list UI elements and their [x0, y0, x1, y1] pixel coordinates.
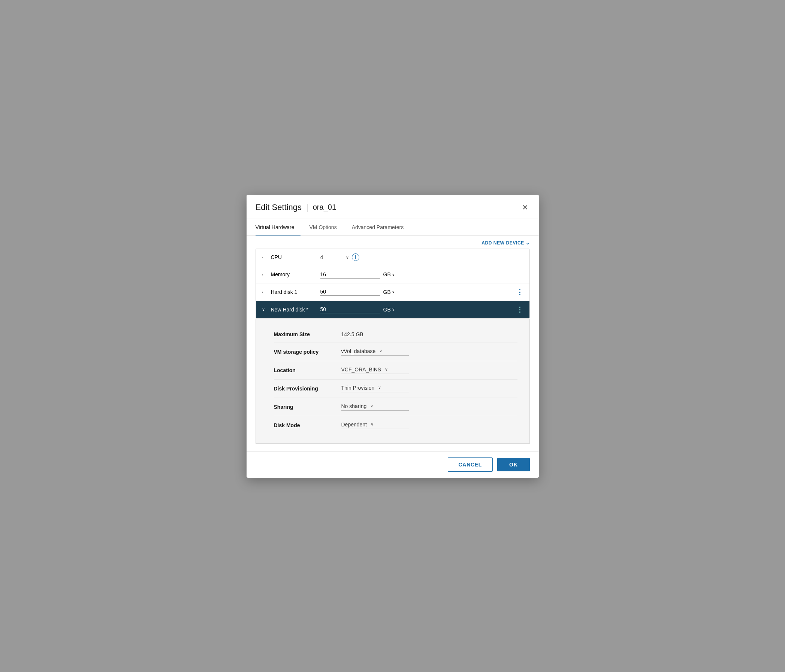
cpu-value-area: ∨ i [321, 253, 524, 261]
max-size-label: Maximum Size [274, 331, 341, 337]
cpu-row: › CPU ∨ i [256, 249, 529, 266]
cpu-unit-select[interactable]: ∨ [346, 255, 349, 260]
chevron-right-icon: › [262, 255, 266, 259]
memory-input[interactable] [321, 271, 380, 279]
dialog-body: ADD NEW DEVICE ⌄ › CPU ∨ i › [247, 236, 539, 451]
disk-mode-row: Disk Mode Dependent ∨ [274, 416, 518, 434]
close-button[interactable]: ✕ [521, 202, 530, 213]
tab-advanced-parameters[interactable]: Advanced Parameters [352, 219, 410, 235]
sharing-dropdown[interactable]: No sharing ∨ [341, 403, 409, 411]
memory-unit-select[interactable]: GB ∨ [383, 271, 394, 278]
cpu-input[interactable] [321, 253, 343, 261]
dialog-header: Edit Settings | ora_01 ✕ [247, 195, 539, 219]
sharing-row: Sharing No sharing ∨ [274, 398, 518, 416]
max-size-value: 142.5 GB [341, 331, 518, 337]
hard-disk-1-label: Hard disk 1 [271, 289, 316, 295]
new-hard-disk-label: New Hard disk * [271, 307, 316, 313]
hard-disk-1-row: › Hard disk 1 GB ∨ ⋮ [256, 284, 529, 301]
memory-value-area: GB ∨ [321, 271, 524, 279]
new-hard-disk-input[interactable] [321, 306, 380, 313]
add-new-device-button[interactable]: ADD NEW DEVICE ⌄ [482, 240, 529, 246]
hard-disk-1-value-area: GB ∨ [321, 288, 512, 296]
new-hard-disk-menu-icon[interactable]: ⋮ [516, 306, 524, 314]
disk-provisioning-row: Disk Provisioning Thin Provision ∨ [274, 380, 518, 398]
vm-name: ora_01 [313, 203, 336, 212]
chevron-down-icon: ∨ [262, 307, 266, 312]
new-hard-disk-row: ∨ New Hard disk * GB ∨ ⋮ [256, 301, 529, 318]
tab-virtual-hardware[interactable]: Virtual Hardware [256, 219, 300, 235]
location-dropdown[interactable]: VCF_ORA_BINS ∨ [341, 366, 409, 374]
max-size-row: Maximum Size 142.5 GB [274, 326, 518, 343]
dialog-footer: CANCEL OK [247, 451, 539, 478]
vm-storage-policy-dropdown[interactable]: vVol_database ∨ [341, 348, 409, 355]
new-hard-disk-expanded-content: Maximum Size 142.5 GB VM storage policy … [256, 319, 530, 444]
disk-mode-dropdown[interactable]: Dependent ∨ [341, 421, 409, 429]
cpu-label: CPU [271, 254, 316, 260]
vm-storage-policy-row: VM storage policy vVol_database ∨ [274, 343, 518, 361]
disk-mode-label: Disk Mode [274, 422, 341, 428]
memory-row: › Memory GB ∨ [256, 266, 529, 284]
device-list: › CPU ∨ i › Memory GB ∨ [256, 249, 530, 319]
title-divider: | [306, 203, 308, 212]
new-hard-disk-unit-select[interactable]: GB ∨ [383, 307, 394, 313]
memory-label: Memory [271, 271, 316, 278]
cancel-button[interactable]: CANCEL [448, 457, 493, 472]
chevron-right-icon: › [262, 290, 266, 294]
disk-provisioning-label: Disk Provisioning [274, 386, 341, 391]
add-device-row: ADD NEW DEVICE ⌄ [256, 236, 530, 249]
disk-provisioning-dropdown[interactable]: Thin Provision ∨ [341, 385, 409, 392]
location-row: Location VCF_ORA_BINS ∨ [274, 361, 518, 380]
hard-disk-1-input[interactable] [321, 288, 380, 296]
hard-disk-1-unit-select[interactable]: GB ∨ [383, 289, 394, 295]
new-hard-disk-value-area: GB ∨ [321, 306, 512, 313]
tabs-bar: Virtual Hardware VM Options Advanced Par… [247, 219, 539, 236]
hard-disk-1-menu-icon[interactable]: ⋮ [516, 288, 524, 296]
sharing-label: Sharing [274, 404, 341, 410]
tab-vm-options[interactable]: VM Options [310, 219, 343, 235]
chevron-right-icon: › [262, 272, 266, 277]
vm-storage-policy-label: VM storage policy [274, 349, 341, 355]
edit-settings-dialog: Edit Settings | ora_01 ✕ Virtual Hardwar… [247, 195, 539, 478]
dialog-title: Edit Settings [256, 203, 302, 212]
ok-button[interactable]: OK [497, 458, 529, 471]
title-area: Edit Settings | ora_01 [256, 203, 336, 212]
cpu-info-icon[interactable]: i [352, 253, 359, 261]
location-label: Location [274, 367, 341, 373]
